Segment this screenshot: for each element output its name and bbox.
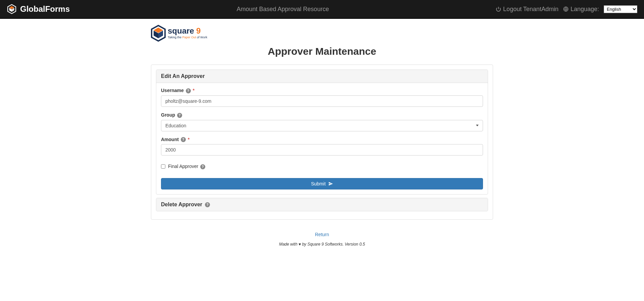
edit-approver-body: Username ? * Group ? Education xyxy=(156,83,488,194)
help-icon[interactable]: ? xyxy=(205,202,210,207)
language-select[interactable]: English xyxy=(604,5,637,13)
submit-button[interactable]: Submit xyxy=(161,178,483,189)
final-approver-checkbox[interactable] xyxy=(161,164,165,169)
footer-credit: Made with ♥ by Square 9 Softworks. Versi… xyxy=(151,242,493,247)
group-selected-value: Education xyxy=(165,123,186,128)
brand-text: GlobalForms xyxy=(20,4,70,14)
top-navbar: GlobalForms Amount Based Approval Resour… xyxy=(0,0,644,19)
final-approver-label: Final Approver ? xyxy=(168,164,205,169)
help-icon[interactable]: ? xyxy=(181,137,186,142)
language-label: Language: xyxy=(571,6,599,13)
help-icon[interactable]: ? xyxy=(200,164,205,169)
edit-approver-heading[interactable]: Edit An Approver xyxy=(156,70,488,83)
delete-approver-heading[interactable]: Delete Approver ? xyxy=(156,198,488,211)
svg-text:square: square xyxy=(168,26,194,35)
logout-label: Logout TenantAdmin xyxy=(503,6,558,13)
svg-text:Taking the Paper Out of Work: Taking the Paper Out of Work xyxy=(168,36,207,39)
square9-logo-icon: square 9 Taking the Paper Out of Work xyxy=(151,25,213,42)
logout-link[interactable]: Logout TenantAdmin xyxy=(496,6,558,13)
username-label: Username ? * xyxy=(161,88,483,93)
navbar-right: Logout TenantAdmin Language: English xyxy=(496,5,637,13)
required-indicator: * xyxy=(188,137,190,142)
amount-group: Amount ? * xyxy=(161,137,483,156)
amount-label: Amount ? * xyxy=(161,137,483,142)
group-dropdown[interactable]: Education xyxy=(161,120,483,131)
paper-plane-icon xyxy=(328,181,333,186)
globe-icon xyxy=(563,6,569,12)
delete-approver-panel: Delete Approver ? xyxy=(156,198,488,211)
return-link[interactable]: Return xyxy=(151,232,493,237)
group-label: Group ? xyxy=(161,112,483,118)
main-container: square 9 Taking the Paper Out of Work Ap… xyxy=(151,19,493,260)
amount-input[interactable] xyxy=(161,144,483,156)
language-section: Language: xyxy=(563,6,599,13)
help-icon[interactable]: ? xyxy=(177,113,182,118)
company-logo: square 9 Taking the Paper Out of Work xyxy=(151,25,493,42)
username-group: Username ? * xyxy=(161,88,483,107)
final-approver-row: Final Approver ? xyxy=(161,164,483,169)
page-title: Approver Maintenance xyxy=(151,46,493,57)
username-input[interactable] xyxy=(161,95,483,107)
power-icon xyxy=(496,6,501,12)
chevron-down-icon xyxy=(476,125,479,126)
edit-approver-panel: Edit An Approver Username ? * xyxy=(156,70,488,195)
group-group: Group ? Education xyxy=(161,112,483,131)
main-panel: Edit An Approver Username ? * xyxy=(151,64,493,220)
page-resource-title: Amount Based Approval Resource xyxy=(70,6,496,13)
brand[interactable]: GlobalForms xyxy=(7,4,70,14)
help-icon[interactable]: ? xyxy=(186,88,191,93)
required-indicator: * xyxy=(193,88,194,93)
brand-logo-icon xyxy=(7,4,17,14)
svg-text:9: 9 xyxy=(196,26,201,35)
